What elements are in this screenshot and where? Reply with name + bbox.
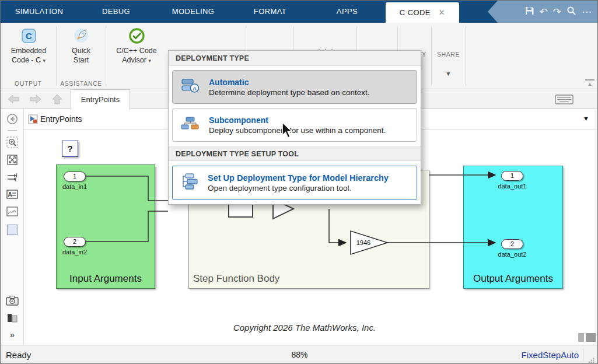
zoom-region-icon[interactable] bbox=[1, 136, 24, 148]
collapse-ribbon-icon[interactable]: ▲ bbox=[585, 79, 594, 87]
tab-simulation[interactable]: SIMULATION bbox=[1, 1, 78, 23]
keyboard-icon[interactable] bbox=[555, 94, 573, 107]
simulink-window: SIMULATION DEBUG MODELING FORMAT APPS C … bbox=[0, 0, 598, 364]
embedded-code-icon: C bbox=[2, 25, 55, 44]
copyright-annotation: Copyright 2026 The MathWorks, Inc. bbox=[165, 323, 445, 332]
menu-item-setup-hierarchy[interactable]: Set Up Deployment Type for Model Hierarc… bbox=[172, 166, 417, 200]
ribbon-divider bbox=[466, 26, 466, 86]
chevron-down-icon: ▾ bbox=[43, 58, 46, 64]
code-advisor-icon bbox=[107, 25, 166, 44]
inport-1[interactable]: 1 bbox=[64, 172, 86, 181]
menu-item-subcomponent-title: Subcomponent bbox=[209, 116, 386, 125]
titlebar: SIMULATION DEBUG MODELING FORMAT APPS C … bbox=[1, 1, 598, 23]
embedded-code-label1: Embedded bbox=[11, 47, 46, 55]
embedded-code-button[interactable]: C Embedded Code - C ▾ bbox=[2, 25, 55, 65]
ribbon-divider bbox=[56, 26, 57, 86]
annotation-icon[interactable]: A bbox=[1, 189, 24, 200]
more-tools-icon[interactable]: » bbox=[1, 330, 24, 340]
quick-start-button[interactable]: Quick Start bbox=[57, 25, 105, 65]
menu-item-setup-title: Set Up Deployment Type for Model Hierarc… bbox=[208, 173, 389, 183]
tab-apps[interactable]: APPS bbox=[309, 1, 386, 23]
section-label-share: SHARE bbox=[431, 51, 466, 58]
inport-2[interactable]: 2 bbox=[64, 237, 86, 247]
forward-icon[interactable] bbox=[29, 93, 43, 107]
inport-1-label: data_in1 bbox=[52, 183, 97, 190]
tab-c-code-active[interactable]: C CODE ✕ bbox=[386, 2, 459, 23]
back-icon[interactable] bbox=[6, 93, 20, 107]
menu-section-setup-tool: DEPLOYMENT TYPE SETUP TOOL bbox=[169, 146, 421, 161]
menu-section-deployment-type: DEPLOYMENT TYPE bbox=[169, 51, 421, 66]
unknown-block[interactable]: ? bbox=[62, 141, 78, 157]
automatic-icon: A bbox=[181, 78, 200, 96]
chevron-down-icon: ▾ bbox=[148, 58, 151, 64]
close-tab-icon[interactable]: ✕ bbox=[439, 8, 445, 17]
viewmarks-icon[interactable] bbox=[1, 313, 24, 324]
code-advisor-label1: C/C++ Code bbox=[116, 47, 156, 55]
svg-text:C: C bbox=[26, 31, 32, 41]
input-arguments-title: Input Arguments bbox=[56, 273, 155, 285]
menu-item-subcomponent-desc: Deploy subcomponent for use within a com… bbox=[209, 126, 386, 135]
panel-edge bbox=[596, 109, 596, 345]
left-palette: A » bbox=[1, 109, 24, 345]
resize-grip[interactable] bbox=[589, 355, 594, 360]
svg-text:A: A bbox=[193, 85, 197, 92]
tab-debug[interactable]: DEBUG bbox=[78, 1, 155, 23]
breadcrumb-dropdown-icon[interactable]: ▼ bbox=[583, 115, 589, 122]
scrollbar-piece[interactable] bbox=[586, 333, 596, 342]
section-label-output: OUTPUT bbox=[1, 80, 56, 87]
status-bar: Ready 88% FixedStepAuto bbox=[1, 345, 598, 364]
code-advisor-button[interactable]: C/C++ Code Advisor ▾ bbox=[107, 25, 166, 65]
fit-to-view-icon[interactable] bbox=[1, 154, 24, 166]
quick-access-toolbar: ↶ ↷ ⋯ bbox=[488, 1, 598, 23]
redo-icon[interactable]: ↷ bbox=[553, 7, 561, 17]
menu-item-setup-desc: Open deployment type configuration tool. bbox=[208, 184, 389, 192]
tab-c-code-label: C CODE bbox=[400, 8, 431, 17]
outport-1[interactable]: 1 bbox=[501, 171, 523, 181]
tab-modeling[interactable]: MODELING bbox=[155, 1, 232, 23]
up-icon[interactable] bbox=[51, 93, 64, 107]
model-badge-icon bbox=[28, 114, 38, 127]
quick-start-label2: Start bbox=[74, 56, 89, 64]
embedded-code-label2: Code - C bbox=[12, 56, 41, 64]
subcomponent-icon bbox=[181, 116, 200, 134]
inport-2-label: data_in2 bbox=[52, 249, 97, 256]
menu-item-automatic-desc: Determine deployment type based on conte… bbox=[209, 88, 369, 97]
breadcrumb-model-name[interactable]: EntryPoints bbox=[40, 114, 82, 124]
status-message: Ready bbox=[6, 350, 31, 360]
code-advisor-label2: Advisor bbox=[122, 56, 146, 64]
solver-name[interactable]: FixedStepAuto bbox=[522, 350, 579, 360]
undo-icon[interactable]: ↶ bbox=[540, 7, 548, 17]
search-icon[interactable] bbox=[566, 6, 576, 18]
document-tab-entrypoints[interactable]: EntryPoints bbox=[71, 89, 130, 110]
model-hierarchy-icon bbox=[181, 173, 198, 192]
menu-item-automatic-title: Automatic bbox=[209, 78, 369, 87]
quick-start-label1: Quick bbox=[72, 47, 90, 55]
mouse-cursor bbox=[281, 122, 295, 142]
share-dropdown-icon[interactable]: ▼ bbox=[431, 71, 466, 77]
signal-routing-icon[interactable] bbox=[1, 172, 24, 183]
area-box-icon[interactable] bbox=[1, 224, 24, 236]
zoom-level: 88% bbox=[291, 350, 307, 359]
tab-format[interactable]: FORMAT bbox=[232, 1, 309, 23]
outport-1-label: data_out1 bbox=[489, 183, 535, 190]
outport-2-label: data_out2 bbox=[489, 251, 535, 258]
more-options-icon[interactable]: ⋯ bbox=[582, 7, 592, 17]
ribbon-divider bbox=[106, 26, 106, 86]
quick-start-icon bbox=[57, 25, 105, 44]
status-divider bbox=[583, 348, 583, 361]
svg-text:A: A bbox=[8, 191, 12, 198]
menu-item-automatic[interactable]: A Automatic Determine deployment type ba… bbox=[172, 70, 417, 104]
output-arguments-title: Output Arguments bbox=[463, 273, 563, 285]
screenshot-icon[interactable] bbox=[1, 296, 24, 306]
step-function-body-title: Step Function Body bbox=[193, 273, 321, 285]
section-label-assistance: ASSISTANCE bbox=[57, 80, 106, 87]
save-icon[interactable] bbox=[524, 6, 534, 18]
image-icon[interactable] bbox=[1, 206, 24, 216]
outport-2[interactable]: 2 bbox=[501, 239, 523, 249]
scrollbar-piece[interactable] bbox=[578, 333, 584, 342]
hide-browser-icon[interactable] bbox=[1, 113, 24, 125]
palette-divider bbox=[8, 130, 17, 131]
